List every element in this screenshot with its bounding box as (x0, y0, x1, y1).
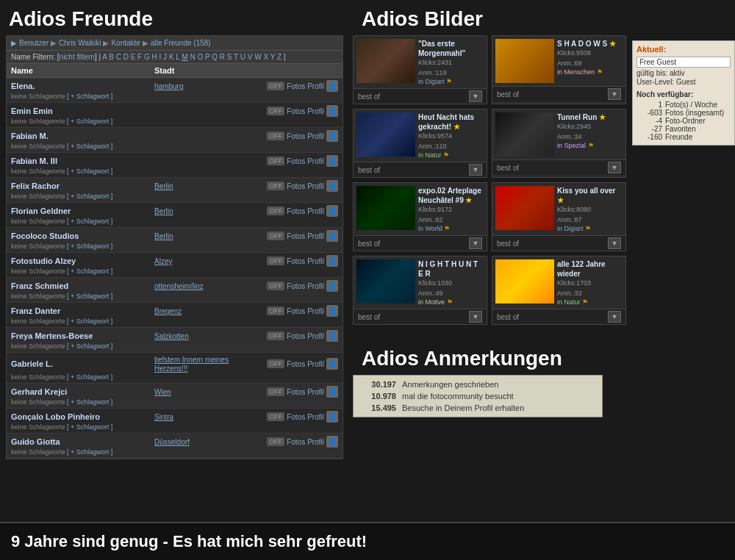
photo-category-expo[interactable]: in World ⚑ (418, 225, 484, 232)
photo-thumb-shadows[interactable] (495, 39, 554, 83)
profil-link[interactable]: Profil (307, 207, 324, 215)
friend-city[interactable]: Alzey (154, 257, 172, 265)
friend-city[interactable]: Sintra (154, 413, 173, 421)
friend-city[interactable]: Berlin (154, 182, 173, 190)
add-tag-link[interactable]: [ + Schlagwort ] (67, 93, 112, 100)
add-friend-icon[interactable]: 👤 (326, 330, 338, 342)
photo-title-tunnel[interactable]: Tunnel Run ★ (557, 112, 623, 122)
profil-link[interactable]: Profil (307, 282, 324, 290)
fotos-link[interactable]: Fotos (287, 388, 305, 396)
fotos-link[interactable]: Fotos (287, 107, 305, 115)
profil-link[interactable]: Profil (307, 82, 324, 90)
add-friend-icon[interactable]: 👤 (326, 155, 338, 167)
photo-title-sun[interactable]: alle 122 Jahre wieder (557, 259, 623, 279)
add-tag-link[interactable]: [ + Schlagwort ] (67, 268, 112, 275)
best-of-select-tunnel[interactable]: ▼ (608, 162, 621, 173)
add-tag-link[interactable]: [ + Schlagwort ] (67, 317, 112, 325)
profil-link[interactable]: Profil (307, 107, 324, 115)
friend-name[interactable]: Florian Geldner (11, 207, 71, 215)
fotos-link[interactable]: Fotos (287, 232, 305, 240)
add-tag-link[interactable]: [ + Schlagwort ] (67, 218, 112, 225)
friend-name[interactable]: Fotostudio Alzey (11, 256, 76, 265)
add-tag-link[interactable]: [ + Schlagwort ] (67, 143, 112, 150)
add-tag-link[interactable]: [ + Schlagwort ] (67, 342, 112, 350)
friend-name[interactable]: Gerhard Krejci (11, 387, 67, 396)
fotos-link[interactable]: Fotos (287, 157, 305, 165)
add-friend-icon[interactable]: 👤 (326, 105, 338, 117)
profil-link[interactable]: Profil (307, 360, 324, 368)
bc-chris[interactable]: Chris Waikiki (59, 39, 101, 47)
profil-link[interactable]: Profil (307, 157, 324, 165)
profil-link[interactable]: Profil (307, 438, 324, 446)
fotos-link[interactable]: Fotos (287, 307, 305, 315)
bc-kontakte[interactable]: Kontakte (111, 39, 140, 47)
add-friend-icon[interactable]: 👤 (326, 280, 338, 292)
add-friend-icon[interactable]: 👤 (326, 411, 338, 423)
photo-category-shadows[interactable]: in Menschen ⚑ (557, 68, 623, 76)
friend-name[interactable]: Franz Danter (11, 306, 60, 315)
fotos-link[interactable]: Fotos (287, 332, 305, 340)
profil-link[interactable]: Profil (307, 132, 324, 140)
add-friend-icon[interactable]: 👤 (326, 255, 338, 267)
add-friend-icon[interactable]: 👤 (326, 180, 338, 192)
add-friend-icon[interactable]: 👤 (326, 205, 338, 217)
best-of-select-expo[interactable]: ▼ (469, 237, 482, 249)
fotos-link[interactable]: Fotos (287, 282, 305, 290)
friend-name[interactable]: Fabian M. (11, 132, 49, 140)
friend-name[interactable]: Guido Giotta (11, 437, 60, 446)
filter-letters[interactable]: A B C D E F G H I J K L M N O P Q R S T … (102, 53, 282, 61)
add-tag-link[interactable]: [ + Schlagwort ] (67, 168, 112, 175)
bc-all[interactable]: alle Freunde (158) (151, 39, 211, 47)
best-of-select-shadows[interactable]: ▼ (608, 88, 621, 100)
friend-name[interactable]: Focoloco Studios (11, 231, 79, 240)
profil-link[interactable]: Profil (307, 388, 324, 396)
friend-name[interactable]: Franz Schmied (11, 281, 68, 290)
photo-thumb-tunnel[interactable] (495, 112, 554, 157)
photo-thumb-kiss[interactable] (495, 186, 554, 230)
filter-link[interactable]: nicht filtern (60, 53, 95, 61)
add-tag-link[interactable]: [ + Schlagwort ] (67, 398, 112, 406)
best-of-select-lightning[interactable]: ▼ (469, 164, 482, 176)
friend-city[interactable]: tiefstem Innern meines Herzens!!! (154, 356, 229, 373)
friend-name[interactable]: Gonçalo Lobo Pinheiro (11, 412, 100, 421)
photo-title-expo[interactable]: expo.02 Arteplage Neuchâtel #9 ★ (418, 186, 484, 205)
photo-title-lightning[interactable]: Heut Nacht hats gekracht! ★ (418, 112, 484, 132)
photo-thumb-sun[interactable] (495, 259, 554, 304)
fotos-link[interactable]: Fotos (287, 438, 305, 446)
friend-city[interactable]: Berlin (154, 232, 173, 240)
profil-link[interactable]: Profil (307, 182, 324, 190)
add-tag-link[interactable]: [ + Schlagwort ] (67, 118, 112, 125)
add-friend-icon[interactable]: 👤 (326, 305, 338, 317)
friend-name[interactable]: Emin Emin (11, 107, 53, 115)
fotos-link[interactable]: Fotos (287, 207, 305, 215)
photo-thumb-nighthunt[interactable] (356, 259, 415, 304)
photo-title-first-supper[interactable]: "Das erste Morgenmahl" (418, 39, 484, 58)
photo-category-kiss[interactable]: in Digiart ⚑ (557, 225, 623, 232)
friend-city[interactable]: ottensheim/linz (154, 282, 204, 290)
add-friend-icon[interactable]: 👤 (326, 386, 338, 398)
friend-city[interactable]: Bregenz (154, 307, 182, 315)
photo-thumb-expo[interactable] (356, 186, 415, 230)
add-friend-icon[interactable]: 👤 (326, 130, 338, 142)
profil-link[interactable]: Profil (307, 232, 324, 240)
friend-name[interactable]: Elena. (11, 82, 35, 90)
bc-benutzer[interactable]: Benutzer (19, 39, 49, 47)
fotos-link[interactable]: Fotos (287, 182, 305, 190)
best-of-select-first-supper[interactable]: ▼ (469, 90, 482, 102)
friend-city[interactable]: Düsseldorf (154, 438, 190, 446)
fotos-link[interactable]: Fotos (287, 82, 305, 90)
photo-thumb-first-supper[interactable] (356, 39, 415, 83)
photo-title-nighthunt[interactable]: N I G H T H U N T E R (418, 259, 484, 279)
friend-city[interactable]: Wien (154, 388, 171, 396)
friend-name[interactable]: Felix Rachor (11, 182, 60, 190)
profil-link[interactable]: Profil (307, 413, 324, 421)
friend-city[interactable]: Berlin (154, 207, 173, 215)
add-tag-link[interactable]: [ + Schlagwort ] (67, 423, 112, 431)
add-friend-icon[interactable]: 👤 (326, 80, 338, 92)
profil-link[interactable]: Profil (307, 332, 324, 340)
photo-category-first-supper[interactable]: in Digiart ⚑ (418, 78, 484, 85)
add-friend-icon[interactable]: 👤 (326, 436, 338, 448)
friend-city[interactable]: Salzkotten (154, 332, 189, 340)
add-tag-link[interactable]: [ + Schlagwort ] (67, 193, 112, 200)
add-friend-icon[interactable]: 👤 (326, 358, 338, 370)
